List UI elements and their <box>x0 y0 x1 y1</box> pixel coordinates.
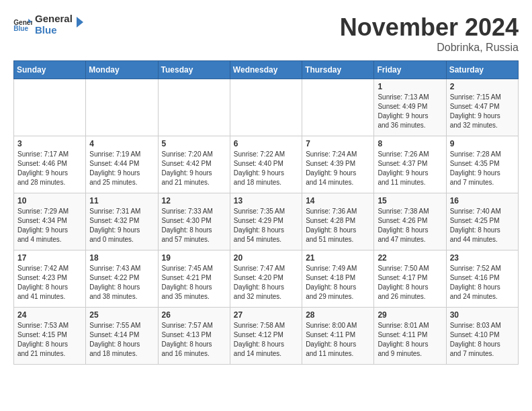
day-info: Sunrise: 7:47 AM Sunset: 4:20 PM Dayligh… <box>234 264 298 302</box>
day-number: 30 <box>450 310 515 320</box>
day-number: 21 <box>306 253 370 263</box>
day-info: Sunrise: 8:00 AM Sunset: 4:11 PM Dayligh… <box>306 321 370 359</box>
day-info: Sunrise: 7:45 AM Sunset: 4:21 PM Dayligh… <box>162 264 226 302</box>
title-area: November 2024 Dobrinka, Russia <box>340 13 519 54</box>
cell-week4-day5: 22Sunrise: 7:50 AM Sunset: 4:17 PM Dayli… <box>374 250 446 308</box>
day-number: 6 <box>234 139 298 148</box>
cell-week1-day3 <box>230 79 302 136</box>
day-number: 12 <box>162 196 226 205</box>
month-title: November 2024 <box>340 13 519 42</box>
cell-week2-day4: 7Sunrise: 7:24 AM Sunset: 4:39 PM Daylig… <box>302 136 374 193</box>
day-info: Sunrise: 7:49 AM Sunset: 4:18 PM Dayligh… <box>306 264 370 302</box>
day-number: 26 <box>162 310 226 320</box>
day-info: Sunrise: 7:50 AM Sunset: 4:17 PM Dayligh… <box>378 264 442 302</box>
day-number: 11 <box>89 196 154 205</box>
col-monday: Monday <box>86 61 158 79</box>
week-row-5: 24Sunrise: 7:53 AM Sunset: 4:15 PM Dayli… <box>14 308 519 365</box>
week-row-4: 17Sunrise: 7:42 AM Sunset: 4:23 PM Dayli… <box>14 250 519 308</box>
day-number: 5 <box>162 139 226 148</box>
cell-week1-day4 <box>302 79 374 136</box>
cell-week2-day2: 5Sunrise: 7:20 AM Sunset: 4:42 PM Daylig… <box>158 136 230 193</box>
cell-week1-day6: 2Sunrise: 7:15 AM Sunset: 4:47 PM Daylig… <box>446 79 518 136</box>
header-row: Sunday Monday Tuesday Wednesday Thursday… <box>14 61 519 79</box>
day-number: 20 <box>234 253 298 263</box>
day-info: Sunrise: 8:03 AM Sunset: 4:10 PM Dayligh… <box>450 321 515 359</box>
logo-icon: General Blue <box>13 17 32 32</box>
day-number: 19 <box>162 253 226 263</box>
location-subtitle: Dobrinka, Russia <box>340 42 519 54</box>
day-info: Sunrise: 7:24 AM Sunset: 4:39 PM Dayligh… <box>306 150 370 187</box>
day-info: Sunrise: 7:52 AM Sunset: 4:16 PM Dayligh… <box>450 264 515 302</box>
day-info: Sunrise: 7:53 AM Sunset: 4:15 PM Dayligh… <box>17 321 82 359</box>
week-row-2: 3Sunrise: 7:17 AM Sunset: 4:46 PM Daylig… <box>14 136 519 193</box>
calendar-header: Sunday Monday Tuesday Wednesday Thursday… <box>14 61 519 79</box>
day-number: 25 <box>89 310 154 320</box>
day-info: Sunrise: 7:22 AM Sunset: 4:40 PM Dayligh… <box>234 150 298 187</box>
day-info: Sunrise: 7:20 AM Sunset: 4:42 PM Dayligh… <box>162 150 226 187</box>
day-number: 13 <box>234 196 298 205</box>
col-saturday: Saturday <box>446 61 518 79</box>
cell-week3-day2: 12Sunrise: 7:33 AM Sunset: 4:30 PM Dayli… <box>158 193 230 250</box>
cell-week3-day3: 13Sunrise: 7:35 AM Sunset: 4:29 PM Dayli… <box>230 193 302 250</box>
cell-week5-day1: 25Sunrise: 7:55 AM Sunset: 4:14 PM Dayli… <box>86 308 158 365</box>
day-number: 23 <box>450 253 515 263</box>
day-info: Sunrise: 7:33 AM Sunset: 4:30 PM Dayligh… <box>162 207 226 244</box>
week-row-1: 1Sunrise: 7:13 AM Sunset: 4:49 PM Daylig… <box>14 79 519 136</box>
day-info: Sunrise: 7:29 AM Sunset: 4:34 PM Dayligh… <box>17 207 82 244</box>
cell-week4-day6: 23Sunrise: 7:52 AM Sunset: 4:16 PM Dayli… <box>446 250 518 308</box>
col-thursday: Thursday <box>302 61 374 79</box>
svg-marker-3 <box>77 17 83 28</box>
day-number: 1 <box>378 82 442 91</box>
cell-week2-day6: 9Sunrise: 7:28 AM Sunset: 4:35 PM Daylig… <box>446 136 518 193</box>
day-number: 14 <box>306 196 370 205</box>
day-number: 15 <box>378 196 442 205</box>
cell-week1-day5: 1Sunrise: 7:13 AM Sunset: 4:49 PM Daylig… <box>374 79 446 136</box>
col-sunday: Sunday <box>14 61 86 79</box>
day-number: 16 <box>450 196 515 205</box>
cell-week1-day0 <box>14 79 86 136</box>
day-info: Sunrise: 7:26 AM Sunset: 4:37 PM Dayligh… <box>378 150 442 187</box>
day-info: Sunrise: 7:38 AM Sunset: 4:26 PM Dayligh… <box>378 207 442 244</box>
cell-week1-day1 <box>86 79 158 136</box>
day-number: 7 <box>306 139 370 148</box>
col-tuesday: Tuesday <box>158 61 230 79</box>
cell-week5-day0: 24Sunrise: 7:53 AM Sunset: 4:15 PM Dayli… <box>14 308 86 365</box>
cell-week4-day1: 18Sunrise: 7:43 AM Sunset: 4:22 PM Dayli… <box>86 250 158 308</box>
calendar-table: Sunday Monday Tuesday Wednesday Thursday… <box>13 60 519 365</box>
week-row-3: 10Sunrise: 7:29 AM Sunset: 4:34 PM Dayli… <box>14 193 519 250</box>
day-info: Sunrise: 7:42 AM Sunset: 4:23 PM Dayligh… <box>17 264 82 302</box>
cell-week4-day4: 21Sunrise: 7:49 AM Sunset: 4:18 PM Dayli… <box>302 250 374 308</box>
cell-week4-day3: 20Sunrise: 7:47 AM Sunset: 4:20 PM Dayli… <box>230 250 302 308</box>
day-number: 18 <box>89 253 154 263</box>
day-number: 4 <box>89 139 154 148</box>
cell-week3-day0: 10Sunrise: 7:29 AM Sunset: 4:34 PM Dayli… <box>14 193 86 250</box>
cell-week2-day0: 3Sunrise: 7:17 AM Sunset: 4:46 PM Daylig… <box>14 136 86 193</box>
cell-week3-day4: 14Sunrise: 7:36 AM Sunset: 4:28 PM Dayli… <box>302 193 374 250</box>
cell-week2-day5: 8Sunrise: 7:26 AM Sunset: 4:37 PM Daylig… <box>374 136 446 193</box>
col-friday: Friday <box>374 61 446 79</box>
calendar-body: 1Sunrise: 7:13 AM Sunset: 4:49 PM Daylig… <box>14 79 519 365</box>
cell-week5-day2: 26Sunrise: 7:57 AM Sunset: 4:13 PM Dayli… <box>158 308 230 365</box>
day-info: Sunrise: 7:55 AM Sunset: 4:14 PM Dayligh… <box>89 321 154 359</box>
logo-general-text: General <box>35 13 73 25</box>
cell-week4-day0: 17Sunrise: 7:42 AM Sunset: 4:23 PM Dayli… <box>14 250 86 308</box>
cell-week5-day5: 29Sunrise: 8:01 AM Sunset: 4:11 PM Dayli… <box>374 308 446 365</box>
day-number: 28 <box>306 310 370 320</box>
day-info: Sunrise: 7:28 AM Sunset: 4:35 PM Dayligh… <box>450 150 515 187</box>
logo-blue-text: Blue <box>35 25 73 36</box>
cell-week2-day3: 6Sunrise: 7:22 AM Sunset: 4:40 PM Daylig… <box>230 136 302 193</box>
cell-week3-day6: 16Sunrise: 7:40 AM Sunset: 4:25 PM Dayli… <box>446 193 518 250</box>
logo-arrow-icon <box>71 15 85 29</box>
day-info: Sunrise: 7:19 AM Sunset: 4:44 PM Dayligh… <box>89 150 154 187</box>
day-info: Sunrise: 7:35 AM Sunset: 4:29 PM Dayligh… <box>234 207 298 244</box>
day-number: 2 <box>450 82 515 91</box>
day-info: Sunrise: 7:58 AM Sunset: 4:12 PM Dayligh… <box>234 321 298 359</box>
cell-week3-day5: 15Sunrise: 7:38 AM Sunset: 4:26 PM Dayli… <box>374 193 446 250</box>
col-wednesday: Wednesday <box>230 61 302 79</box>
cell-week3-day1: 11Sunrise: 7:31 AM Sunset: 4:32 PM Dayli… <box>86 193 158 250</box>
cell-week5-day4: 28Sunrise: 8:00 AM Sunset: 4:11 PM Dayli… <box>302 308 374 365</box>
day-info: Sunrise: 7:43 AM Sunset: 4:22 PM Dayligh… <box>89 264 154 302</box>
day-info: Sunrise: 7:15 AM Sunset: 4:47 PM Dayligh… <box>450 93 515 130</box>
day-number: 27 <box>234 310 298 320</box>
day-info: Sunrise: 8:01 AM Sunset: 4:11 PM Dayligh… <box>378 321 442 359</box>
